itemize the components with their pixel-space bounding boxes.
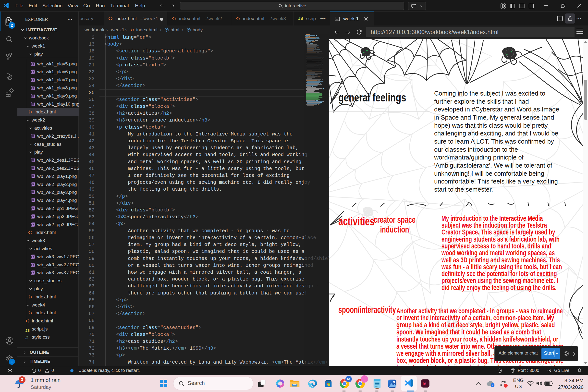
svg-text:i: i [492,384,492,387]
svg-text:Id: Id [422,381,426,386]
